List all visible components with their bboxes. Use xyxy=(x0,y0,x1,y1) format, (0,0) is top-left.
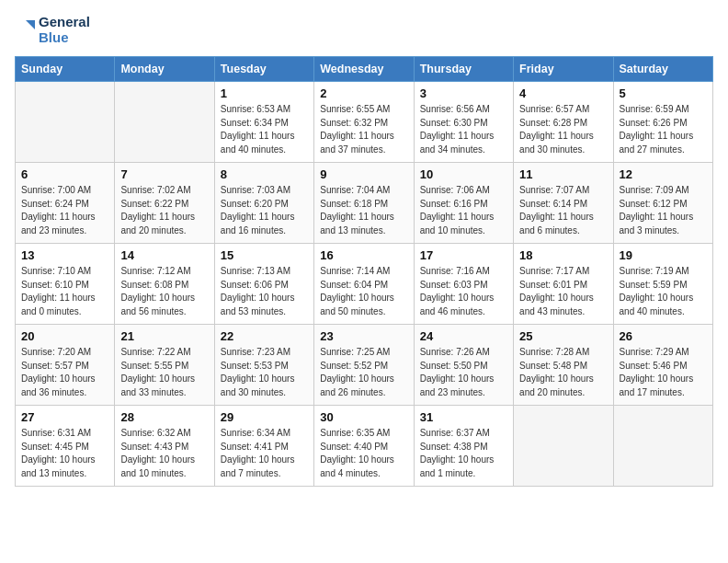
svg-marker-0 xyxy=(26,20,35,29)
calendar-day-cell: 20Sunrise: 7:20 AMSunset: 5:57 PMDayligh… xyxy=(16,325,115,406)
day-number: 9 xyxy=(320,167,407,181)
day-info: Sunrise: 6:32 AMSunset: 4:43 PMDaylight:… xyxy=(120,427,208,480)
day-number: 17 xyxy=(420,248,507,262)
calendar-day-cell: 4Sunrise: 6:57 AMSunset: 6:28 PMDaylight… xyxy=(514,82,613,163)
day-info: Sunrise: 7:00 AMSunset: 6:24 PMDaylight:… xyxy=(21,184,108,237)
day-number: 22 xyxy=(221,329,308,343)
weekday-header: Sunday xyxy=(16,57,115,82)
calendar-day-cell: 1Sunrise: 6:53 AMSunset: 6:34 PMDaylight… xyxy=(214,82,313,163)
calendar-day-cell: 7Sunrise: 7:02 AMSunset: 6:22 PMDaylight… xyxy=(115,163,214,244)
day-info: Sunrise: 6:53 AMSunset: 6:34 PMDaylight:… xyxy=(221,103,308,156)
calendar-day-cell xyxy=(115,82,214,163)
logo-text: General Blue xyxy=(39,15,90,45)
page-header: General Blue xyxy=(15,15,713,45)
calendar-day-cell: 23Sunrise: 7:25 AMSunset: 5:52 PMDayligh… xyxy=(314,325,414,406)
calendar-day-cell xyxy=(613,406,712,487)
calendar-day-cell: 15Sunrise: 7:13 AMSunset: 6:06 PMDayligh… xyxy=(214,244,313,325)
day-number: 10 xyxy=(420,167,507,181)
calendar-day-cell: 5Sunrise: 6:59 AMSunset: 6:26 PMDaylight… xyxy=(613,82,712,163)
calendar-day-cell: 8Sunrise: 7:03 AMSunset: 6:20 PMDaylight… xyxy=(214,163,313,244)
calendar-day-cell: 18Sunrise: 7:17 AMSunset: 6:01 PMDayligh… xyxy=(514,244,613,325)
logo: General Blue xyxy=(15,15,90,45)
calendar-day-cell: 3Sunrise: 6:56 AMSunset: 6:30 PMDaylight… xyxy=(414,82,513,163)
calendar-day-cell: 10Sunrise: 7:06 AMSunset: 6:16 PMDayligh… xyxy=(414,163,513,244)
day-info: Sunrise: 7:29 AMSunset: 5:46 PMDaylight:… xyxy=(620,346,707,399)
calendar-day-cell: 26Sunrise: 7:29 AMSunset: 5:46 PMDayligh… xyxy=(613,325,712,406)
day-number: 20 xyxy=(21,329,108,343)
day-number: 8 xyxy=(221,167,308,181)
day-number: 14 xyxy=(120,248,208,262)
day-info: Sunrise: 7:17 AMSunset: 6:01 PMDaylight:… xyxy=(519,265,607,318)
day-info: Sunrise: 7:25 AMSunset: 5:52 PMDaylight:… xyxy=(320,346,407,399)
day-info: Sunrise: 7:07 AMSunset: 6:14 PMDaylight:… xyxy=(519,184,607,237)
weekday-header-row: SundayMondayTuesdayWednesdayThursdayFrid… xyxy=(16,57,713,82)
calendar-day-cell xyxy=(16,82,115,163)
day-info: Sunrise: 6:56 AMSunset: 6:30 PMDaylight:… xyxy=(420,103,507,156)
day-number: 1 xyxy=(221,86,308,100)
day-number: 2 xyxy=(320,86,407,100)
day-info: Sunrise: 7:20 AMSunset: 5:57 PMDaylight:… xyxy=(21,346,108,399)
day-number: 13 xyxy=(21,248,108,262)
day-info: Sunrise: 7:16 AMSunset: 6:03 PMDaylight:… xyxy=(420,265,507,318)
day-info: Sunrise: 7:03 AMSunset: 6:20 PMDaylight:… xyxy=(221,184,308,237)
day-number: 18 xyxy=(519,248,607,262)
calendar-day-cell: 11Sunrise: 7:07 AMSunset: 6:14 PMDayligh… xyxy=(514,163,613,244)
day-info: Sunrise: 6:37 AMSunset: 4:38 PMDaylight:… xyxy=(420,427,507,480)
calendar-week-row: 1Sunrise: 6:53 AMSunset: 6:34 PMDaylight… xyxy=(16,82,713,163)
weekday-header: Friday xyxy=(514,57,613,82)
weekday-header: Tuesday xyxy=(214,57,313,82)
calendar-day-cell: 6Sunrise: 7:00 AMSunset: 6:24 PMDaylight… xyxy=(16,163,115,244)
day-info: Sunrise: 7:26 AMSunset: 5:50 PMDaylight:… xyxy=(420,346,507,399)
day-info: Sunrise: 7:28 AMSunset: 5:48 PMDaylight:… xyxy=(519,346,607,399)
calendar-day-cell: 13Sunrise: 7:10 AMSunset: 6:10 PMDayligh… xyxy=(16,244,115,325)
weekday-header: Saturday xyxy=(613,57,712,82)
day-number: 31 xyxy=(420,410,507,424)
day-number: 29 xyxy=(221,410,308,424)
day-info: Sunrise: 7:14 AMSunset: 6:04 PMDaylight:… xyxy=(320,265,407,318)
calendar-day-cell: 22Sunrise: 7:23 AMSunset: 5:53 PMDayligh… xyxy=(214,325,313,406)
logo-icon xyxy=(15,18,35,42)
day-number: 21 xyxy=(120,329,208,343)
day-info: Sunrise: 7:12 AMSunset: 6:08 PMDaylight:… xyxy=(120,265,208,318)
day-info: Sunrise: 7:19 AMSunset: 5:59 PMDaylight:… xyxy=(620,265,707,318)
logo-container: General Blue xyxy=(15,15,90,45)
calendar-day-cell: 27Sunrise: 6:31 AMSunset: 4:45 PMDayligh… xyxy=(16,406,115,487)
day-number: 4 xyxy=(519,86,607,100)
calendar-day-cell: 29Sunrise: 6:34 AMSunset: 4:41 PMDayligh… xyxy=(214,406,313,487)
calendar-day-cell: 25Sunrise: 7:28 AMSunset: 5:48 PMDayligh… xyxy=(514,325,613,406)
day-info: Sunrise: 6:34 AMSunset: 4:41 PMDaylight:… xyxy=(221,427,308,480)
day-info: Sunrise: 6:57 AMSunset: 6:28 PMDaylight:… xyxy=(519,103,607,156)
calendar-day-cell: 31Sunrise: 6:37 AMSunset: 4:38 PMDayligh… xyxy=(414,406,513,487)
weekday-header: Thursday xyxy=(414,57,513,82)
calendar-week-row: 20Sunrise: 7:20 AMSunset: 5:57 PMDayligh… xyxy=(16,325,713,406)
calendar-day-cell: 17Sunrise: 7:16 AMSunset: 6:03 PMDayligh… xyxy=(414,244,513,325)
day-number: 5 xyxy=(620,86,707,100)
day-info: Sunrise: 7:22 AMSunset: 5:55 PMDaylight:… xyxy=(120,346,208,399)
day-number: 26 xyxy=(620,329,707,343)
day-number: 25 xyxy=(519,329,607,343)
day-info: Sunrise: 7:13 AMSunset: 6:06 PMDaylight:… xyxy=(221,265,308,318)
day-info: Sunrise: 7:23 AMSunset: 5:53 PMDaylight:… xyxy=(221,346,308,399)
calendar-day-cell: 24Sunrise: 7:26 AMSunset: 5:50 PMDayligh… xyxy=(414,325,513,406)
logo-line2: Blue xyxy=(39,30,90,46)
day-number: 27 xyxy=(21,410,108,424)
day-info: Sunrise: 7:06 AMSunset: 6:16 PMDaylight:… xyxy=(420,184,507,237)
weekday-header: Monday xyxy=(115,57,214,82)
calendar-day-cell: 14Sunrise: 7:12 AMSunset: 6:08 PMDayligh… xyxy=(115,244,214,325)
day-number: 15 xyxy=(221,248,308,262)
logo-line1: General xyxy=(39,15,90,30)
calendar-table: SundayMondayTuesdayWednesdayThursdayFrid… xyxy=(15,56,713,487)
day-number: 16 xyxy=(320,248,407,262)
calendar-day-cell: 12Sunrise: 7:09 AMSunset: 6:12 PMDayligh… xyxy=(613,163,712,244)
calendar-day-cell xyxy=(514,406,613,487)
day-number: 28 xyxy=(120,410,208,424)
calendar-day-cell: 30Sunrise: 6:35 AMSunset: 4:40 PMDayligh… xyxy=(314,406,414,487)
day-number: 6 xyxy=(21,167,108,181)
calendar-day-cell: 2Sunrise: 6:55 AMSunset: 6:32 PMDaylight… xyxy=(314,82,414,163)
day-info: Sunrise: 7:04 AMSunset: 6:18 PMDaylight:… xyxy=(320,184,407,237)
day-number: 23 xyxy=(320,329,407,343)
day-number: 12 xyxy=(620,167,707,181)
calendar-day-cell: 19Sunrise: 7:19 AMSunset: 5:59 PMDayligh… xyxy=(613,244,712,325)
day-info: Sunrise: 6:55 AMSunset: 6:32 PMDaylight:… xyxy=(320,103,407,156)
day-number: 7 xyxy=(120,167,208,181)
